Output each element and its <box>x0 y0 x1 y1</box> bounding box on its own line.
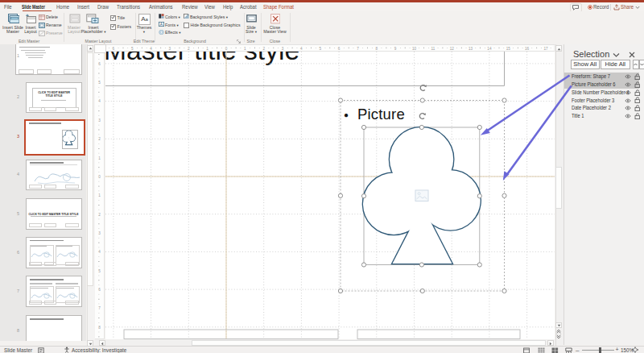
svg-text:10: 10 <box>412 47 417 51</box>
svg-text:8: 8 <box>376 47 378 51</box>
svg-text:17: 17 <box>543 47 548 51</box>
svg-text:11: 11 <box>431 47 436 51</box>
svg-text:7: 7 <box>98 306 101 310</box>
svg-text:6: 6 <box>113 47 115 51</box>
svg-text:5: 5 <box>131 47 134 51</box>
svg-text:1: 1 <box>98 156 101 160</box>
svg-text:4: 4 <box>98 99 101 103</box>
svg-text:2: 2 <box>98 213 101 217</box>
svg-text:6: 6 <box>98 62 101 66</box>
svg-text:2: 2 <box>98 137 101 141</box>
svg-text:1: 1 <box>244 47 246 51</box>
svg-text:6: 6 <box>98 288 101 292</box>
svg-text:3: 3 <box>282 47 284 51</box>
svg-text:7: 7 <box>357 47 359 51</box>
svg-text:4: 4 <box>150 47 152 51</box>
svg-text:1: 1 <box>98 193 101 197</box>
svg-text:12: 12 <box>450 47 455 51</box>
svg-text:2: 2 <box>262 47 265 51</box>
svg-text:4: 4 <box>98 250 101 254</box>
svg-text:4: 4 <box>300 47 303 51</box>
svg-text:0: 0 <box>98 175 101 179</box>
svg-text:13: 13 <box>469 47 473 51</box>
svg-text:3: 3 <box>98 231 101 235</box>
svg-text:9: 9 <box>394 47 397 51</box>
svg-text:5: 5 <box>98 81 101 85</box>
svg-text:2: 2 <box>188 47 190 51</box>
svg-text:8: 8 <box>98 326 101 330</box>
svg-text:0: 0 <box>225 47 228 51</box>
svg-text:5: 5 <box>98 269 101 273</box>
svg-text:15: 15 <box>506 47 511 51</box>
svg-text:6: 6 <box>338 47 341 51</box>
svg-text:14: 14 <box>487 47 492 51</box>
svg-text:3: 3 <box>169 47 171 51</box>
svg-text:5: 5 <box>320 47 322 51</box>
svg-text:3: 3 <box>98 118 101 123</box>
svg-text:16: 16 <box>525 47 530 51</box>
svg-text:1: 1 <box>206 47 208 51</box>
